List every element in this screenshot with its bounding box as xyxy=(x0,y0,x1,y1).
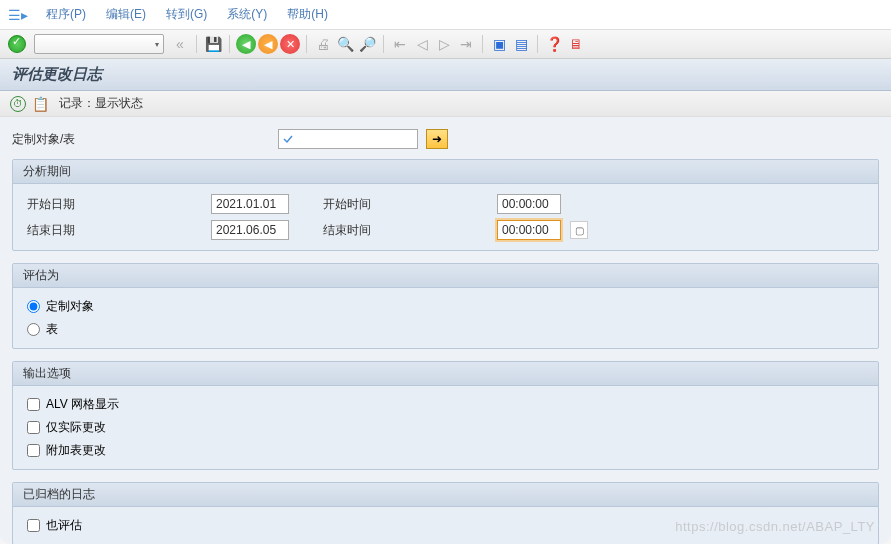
radio-table-label: 表 xyxy=(46,321,58,338)
new-session-icon[interactable]: ▣ xyxy=(489,34,509,54)
prev-page-icon[interactable]: ◁ xyxy=(412,34,432,54)
end-date-input[interactable] xyxy=(211,220,289,240)
checkbox-actual-changes-label: 仅实际更改 xyxy=(46,419,106,436)
save-icon[interactable]: 💾 xyxy=(203,34,223,54)
checkbox-append-table-label: 附加表更改 xyxy=(46,442,106,459)
archived-logs-group: 已归档的日志 也评估 xyxy=(12,482,879,544)
system-toolbar: « 💾 ◀ ◀ ✕ 🖨 🔍 🔎 ⇤ ◁ ▷ ⇥ ▣ ▤ ❓ 🖥 xyxy=(0,30,891,59)
start-date-input[interactable] xyxy=(211,194,289,214)
custom-object-input[interactable] xyxy=(278,129,418,149)
page-title: 评估更改日志 xyxy=(12,65,879,84)
exit-icon[interactable]: ◀ xyxy=(258,34,278,54)
value-help-button[interactable]: ▢ xyxy=(570,221,588,239)
end-time-input[interactable] xyxy=(497,220,561,240)
start-date-label: 开始日期 xyxy=(27,196,147,213)
menu-bar: ☰▸ 程序(P) 编辑(E) 转到(G) 系统(Y) 帮助(H) xyxy=(0,0,891,30)
start-time-input[interactable] xyxy=(497,194,561,214)
last-page-icon[interactable]: ⇥ xyxy=(456,34,476,54)
menu-help[interactable]: 帮助(H) xyxy=(281,4,334,25)
subtitle-text: 记录：显示状态 xyxy=(59,95,143,112)
checkbox-alv-grid-label: ALV 网格显示 xyxy=(46,396,119,413)
app-toolbar: ⏱ 📋 记录：显示状态 xyxy=(0,91,891,117)
output-options-header: 输出选项 xyxy=(13,362,878,386)
checkbox-alv-grid[interactable] xyxy=(27,398,40,411)
menu-goto[interactable]: 转到(G) xyxy=(160,4,213,25)
archived-logs-header: 已归档的日志 xyxy=(13,483,878,507)
radio-custom-object-label: 定制对象 xyxy=(46,298,94,315)
back-icon[interactable]: ◀ xyxy=(236,34,256,54)
cancel-icon[interactable]: ✕ xyxy=(280,34,300,54)
analysis-period-header: 分析期间 xyxy=(13,160,878,184)
print-icon[interactable]: 🖨 xyxy=(313,34,333,54)
layout-icon[interactable]: ▤ xyxy=(511,34,531,54)
variant-icon[interactable]: 📋 xyxy=(32,96,49,112)
checkbox-also-evaluate-label: 也评估 xyxy=(46,517,82,534)
first-page-icon[interactable]: ⇤ xyxy=(390,34,410,54)
menu-edit[interactable]: 编辑(E) xyxy=(100,4,152,25)
checkbox-also-evaluate[interactable] xyxy=(27,519,40,532)
command-field[interactable] xyxy=(34,34,164,54)
checkbox-append-table[interactable] xyxy=(27,444,40,457)
watermark-text: https://blog.csdn.net/ABAP_LTY xyxy=(675,519,875,534)
end-time-label: 结束时间 xyxy=(323,222,403,239)
radio-custom-object[interactable] xyxy=(27,300,40,313)
app-menu-icon[interactable]: ☰▸ xyxy=(8,7,28,23)
find-next-icon[interactable]: 🔎 xyxy=(357,34,377,54)
radio-table[interactable] xyxy=(27,323,40,336)
customize-icon[interactable]: 🖥 xyxy=(566,34,586,54)
title-bar: 评估更改日志 xyxy=(0,59,891,91)
content-area: 定制对象/表 ➜ 分析期间 开始日期 开始时间 结束日期 xyxy=(0,117,891,544)
next-page-icon[interactable]: ▷ xyxy=(434,34,454,54)
evaluate-as-header: 评估为 xyxy=(13,264,878,288)
start-time-label: 开始时间 xyxy=(323,196,403,213)
output-options-group: 输出选项 ALV 网格显示 仅实际更改 附加表更改 xyxy=(12,361,879,470)
execute-icon[interactable]: ⏱ xyxy=(10,96,26,112)
menu-program[interactable]: 程序(P) xyxy=(40,4,92,25)
custom-object-label: 定制对象/表 xyxy=(12,131,132,148)
evaluate-as-group: 评估为 定制对象 表 xyxy=(12,263,879,349)
end-date-label: 结束日期 xyxy=(27,222,147,239)
help-icon[interactable]: ❓ xyxy=(544,34,564,54)
multiple-selection-button[interactable]: ➜ xyxy=(426,129,448,149)
checkbox-actual-changes[interactable] xyxy=(27,421,40,434)
analysis-period-group: 分析期间 开始日期 开始时间 结束日期 结束时间 xyxy=(12,159,879,251)
menu-system[interactable]: 系统(Y) xyxy=(221,4,273,25)
find-icon[interactable]: 🔍 xyxy=(335,34,355,54)
status-ok-icon xyxy=(8,35,26,53)
nav-back-icon[interactable]: « xyxy=(170,34,190,54)
